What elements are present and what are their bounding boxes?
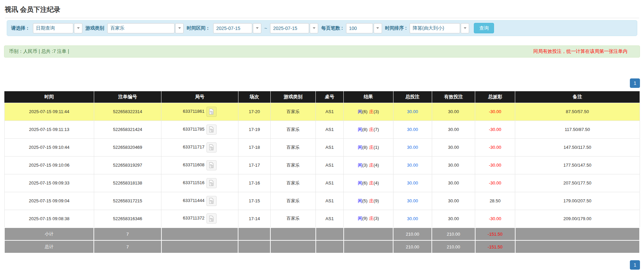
cell-time: 2025-07-15 09:10:44 (4, 138, 94, 156)
cell-result: 闲(9)庄(3) (344, 210, 393, 228)
cell-result: 闲(3)庄(4) (344, 156, 393, 174)
result-banker-score: (1) (374, 145, 379, 150)
page-size-dropdown-button[interactable] (374, 23, 382, 33)
header-row: 时间 注单编号 局号 场次 游戏类别 桌号 结果 总投注 有效投注 总派彩 备注 (4, 91, 640, 103)
video-replay-button[interactable] (206, 142, 217, 153)
video-file-icon (208, 198, 215, 204)
title-divider (5, 18, 639, 18)
game-type-label: 游戏类别 (85, 25, 104, 31)
table-row: 2025-07-15 09:10:06 522658319297 6337116… (4, 156, 640, 174)
header-round-no: 局号 (161, 91, 238, 103)
total-bet-link[interactable]: 30.00 (407, 163, 418, 168)
video-replay-button[interactable] (206, 160, 217, 170)
summary-valid-bet: 210.00 (432, 228, 475, 240)
cell-time: 2025-07-15 09:11:44 (4, 103, 94, 121)
result-player-label: 闲 (358, 109, 362, 114)
result-player-score: (6) (362, 109, 368, 114)
result-player-label: 闲 (358, 127, 362, 132)
cell-result: 闲(8)庄(1) (344, 138, 393, 156)
cell-round-no: 633711717 (161, 138, 238, 156)
video-file-icon (208, 126, 215, 133)
table-row: 2025-07-15 09:10:44 522658320469 6337117… (4, 138, 640, 156)
result-banker-label: 庄 (369, 109, 374, 114)
result-banker-score: (7) (374, 127, 379, 132)
game-type-combo (107, 23, 184, 33)
cell-time: 2025-07-15 09:08:38 (4, 210, 94, 228)
video-file-icon (208, 144, 215, 150)
caret-down-icon (77, 27, 80, 29)
summary-label: 总计 (4, 240, 94, 253)
cell-remark: 207.50/177.50 (515, 174, 640, 192)
cell-game-type: 百家乐 (270, 210, 315, 228)
cell-session: 17-19 (238, 121, 270, 138)
header-result: 结果 (344, 91, 393, 103)
cell-game-type: 百家乐 (270, 192, 315, 210)
cell-round-no: 633711516 (161, 174, 238, 192)
page-size-input[interactable] (346, 23, 373, 33)
round-no-text: 633711717 (183, 144, 204, 149)
select-type-input[interactable] (33, 23, 73, 33)
total-bet-link[interactable]: 30.00 (407, 109, 418, 114)
date-to-input[interactable] (270, 23, 309, 33)
result-player-label: 闲 (358, 216, 362, 221)
time-sort-input[interactable] (410, 23, 460, 33)
cell-total-payout: -30.00 (475, 103, 515, 121)
video-replay-button[interactable] (206, 107, 217, 117)
total-bet-link[interactable]: 30.00 (407, 145, 418, 150)
total-bet-link[interactable]: 30.00 (407, 198, 418, 203)
caret-down-icon (376, 27, 379, 29)
cell-bet-no: 522658318138 (94, 174, 161, 192)
cell-session: 17-17 (238, 156, 270, 174)
video-replay-button[interactable] (206, 196, 217, 206)
date-to-combo (270, 23, 318, 33)
video-replay-button[interactable] (206, 178, 217, 188)
cell-total-payout: -30.00 (475, 156, 515, 174)
cell-total-payout: -30.00 (475, 121, 515, 138)
cell-session: 17-20 (238, 103, 270, 121)
page-1-button[interactable]: 1 (630, 260, 640, 270)
result-player-score: (5) (362, 198, 368, 203)
select-type-label: 请选择： (11, 25, 30, 31)
caret-down-icon (464, 27, 466, 29)
result-player-score: (9) (362, 216, 368, 221)
time-sort-dropdown-button[interactable] (461, 23, 469, 33)
header-session: 场次 (238, 91, 270, 103)
header-bet-no: 注单编号 (94, 91, 161, 103)
result-player-score: (3) (362, 163, 368, 168)
total-bet-link[interactable]: 30.00 (407, 127, 418, 132)
select-type-dropdown-button[interactable] (74, 23, 82, 33)
table-row: 2025-07-15 09:09:04 522658317215 6337114… (4, 192, 640, 210)
cell-table-no: AS1 (316, 174, 344, 192)
round-no-text: 633711372 (183, 216, 204, 221)
result-banker-score: (3) (374, 109, 379, 114)
table-body: 2025-07-15 09:11:44 522658322314 6337118… (4, 103, 640, 228)
game-type-dropdown-button[interactable] (175, 23, 184, 33)
cell-total-payout: -30.00 (475, 174, 515, 192)
date-from-input[interactable] (213, 23, 252, 33)
cell-round-no: 633711372 (161, 210, 238, 228)
video-replay-button[interactable] (206, 213, 217, 224)
page-1-button[interactable]: 1 (630, 78, 640, 88)
cell-valid-bet: 30.00 (432, 210, 475, 228)
total-bet-link[interactable]: 30.00 (407, 216, 418, 221)
cell-session: 17-14 (238, 210, 270, 228)
cell-table-no: AS1 (316, 121, 344, 138)
summary-total-payout: -151.50 (475, 240, 515, 253)
total-bet-link[interactable]: 30.00 (407, 180, 418, 185)
header-total-bet: 总投注 (393, 91, 432, 103)
cell-total-bet: 30.00 (393, 138, 432, 156)
cell-valid-bet: 30.00 (432, 103, 475, 121)
cell-total-bet: 30.00 (393, 156, 432, 174)
result-player-label: 闲 (358, 163, 362, 168)
date-from-dropdown-button[interactable] (253, 23, 261, 33)
game-type-input[interactable] (107, 23, 175, 33)
round-no-text: 633711516 (183, 180, 204, 185)
video-replay-button[interactable] (206, 125, 217, 135)
date-to-dropdown-button[interactable] (310, 23, 318, 33)
search-button[interactable]: 查询 (474, 23, 494, 33)
round-no-text: 633711861 (183, 109, 204, 114)
cell-bet-no: 522658316346 (94, 210, 161, 228)
video-file-icon (208, 180, 215, 186)
header-table-no: 桌号 (316, 91, 344, 103)
cell-time: 2025-07-15 09:11:13 (4, 121, 94, 138)
